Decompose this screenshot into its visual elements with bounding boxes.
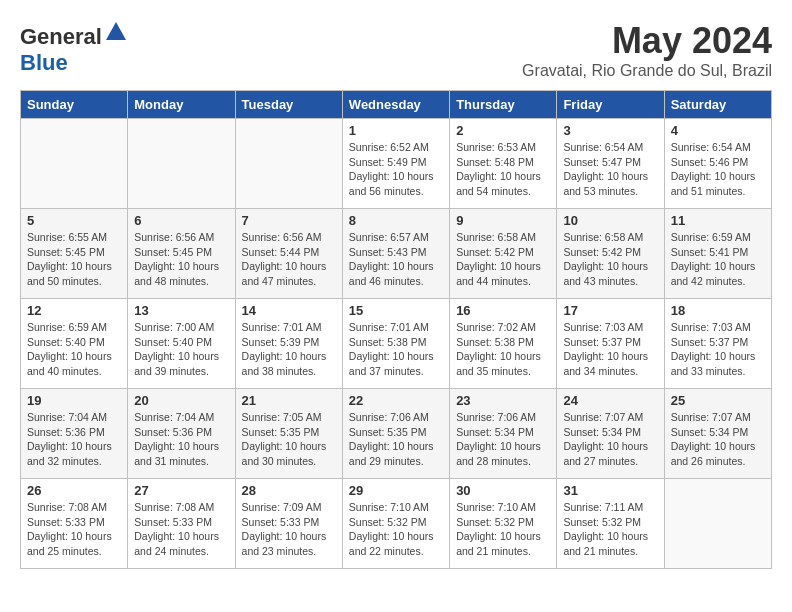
title-block: May 2024 Gravatai, Rio Grande do Sul, Br… bbox=[522, 20, 772, 80]
weekday-header-wednesday: Wednesday bbox=[342, 91, 449, 119]
day-number: 31 bbox=[563, 483, 657, 498]
calendar-cell bbox=[664, 479, 771, 569]
day-number: 19 bbox=[27, 393, 121, 408]
calendar-cell: 8Sunrise: 6:57 AM Sunset: 5:43 PM Daylig… bbox=[342, 209, 449, 299]
calendar-cell: 18Sunrise: 7:03 AM Sunset: 5:37 PM Dayli… bbox=[664, 299, 771, 389]
calendar-cell: 22Sunrise: 7:06 AM Sunset: 5:35 PM Dayli… bbox=[342, 389, 449, 479]
weekday-header-thursday: Thursday bbox=[450, 91, 557, 119]
day-info: Sunrise: 7:07 AM Sunset: 5:34 PM Dayligh… bbox=[563, 410, 657, 469]
weekday-header-tuesday: Tuesday bbox=[235, 91, 342, 119]
day-info: Sunrise: 7:09 AM Sunset: 5:33 PM Dayligh… bbox=[242, 500, 336, 559]
day-number: 10 bbox=[563, 213, 657, 228]
day-info: Sunrise: 7:01 AM Sunset: 5:38 PM Dayligh… bbox=[349, 320, 443, 379]
calendar-cell: 10Sunrise: 6:58 AM Sunset: 5:42 PM Dayli… bbox=[557, 209, 664, 299]
calendar-cell: 7Sunrise: 6:56 AM Sunset: 5:44 PM Daylig… bbox=[235, 209, 342, 299]
calendar-week-row: 19Sunrise: 7:04 AM Sunset: 5:36 PM Dayli… bbox=[21, 389, 772, 479]
day-info: Sunrise: 7:04 AM Sunset: 5:36 PM Dayligh… bbox=[27, 410, 121, 469]
day-info: Sunrise: 6:59 AM Sunset: 5:40 PM Dayligh… bbox=[27, 320, 121, 379]
day-number: 1 bbox=[349, 123, 443, 138]
day-number: 20 bbox=[134, 393, 228, 408]
day-info: Sunrise: 6:54 AM Sunset: 5:47 PM Dayligh… bbox=[563, 140, 657, 199]
day-number: 15 bbox=[349, 303, 443, 318]
weekday-header-monday: Monday bbox=[128, 91, 235, 119]
day-number: 17 bbox=[563, 303, 657, 318]
day-info: Sunrise: 7:01 AM Sunset: 5:39 PM Dayligh… bbox=[242, 320, 336, 379]
calendar-cell: 30Sunrise: 7:10 AM Sunset: 5:32 PM Dayli… bbox=[450, 479, 557, 569]
calendar-cell: 23Sunrise: 7:06 AM Sunset: 5:34 PM Dayli… bbox=[450, 389, 557, 479]
calendar-cell: 2Sunrise: 6:53 AM Sunset: 5:48 PM Daylig… bbox=[450, 119, 557, 209]
day-info: Sunrise: 6:56 AM Sunset: 5:45 PM Dayligh… bbox=[134, 230, 228, 289]
day-info: Sunrise: 7:06 AM Sunset: 5:34 PM Dayligh… bbox=[456, 410, 550, 469]
day-info: Sunrise: 6:57 AM Sunset: 5:43 PM Dayligh… bbox=[349, 230, 443, 289]
day-info: Sunrise: 7:11 AM Sunset: 5:32 PM Dayligh… bbox=[563, 500, 657, 559]
day-number: 27 bbox=[134, 483, 228, 498]
location: Gravatai, Rio Grande do Sul, Brazil bbox=[522, 62, 772, 80]
calendar-cell bbox=[21, 119, 128, 209]
calendar-cell: 4Sunrise: 6:54 AM Sunset: 5:46 PM Daylig… bbox=[664, 119, 771, 209]
calendar-cell: 14Sunrise: 7:01 AM Sunset: 5:39 PM Dayli… bbox=[235, 299, 342, 389]
calendar-cell: 15Sunrise: 7:01 AM Sunset: 5:38 PM Dayli… bbox=[342, 299, 449, 389]
day-info: Sunrise: 6:55 AM Sunset: 5:45 PM Dayligh… bbox=[27, 230, 121, 289]
day-info: Sunrise: 6:53 AM Sunset: 5:48 PM Dayligh… bbox=[456, 140, 550, 199]
day-number: 23 bbox=[456, 393, 550, 408]
weekday-header-row: SundayMondayTuesdayWednesdayThursdayFrid… bbox=[21, 91, 772, 119]
day-number: 28 bbox=[242, 483, 336, 498]
day-info: Sunrise: 7:00 AM Sunset: 5:40 PM Dayligh… bbox=[134, 320, 228, 379]
calendar-week-row: 26Sunrise: 7:08 AM Sunset: 5:33 PM Dayli… bbox=[21, 479, 772, 569]
calendar-cell: 25Sunrise: 7:07 AM Sunset: 5:34 PM Dayli… bbox=[664, 389, 771, 479]
day-number: 25 bbox=[671, 393, 765, 408]
calendar-cell: 1Sunrise: 6:52 AM Sunset: 5:49 PM Daylig… bbox=[342, 119, 449, 209]
calendar-cell: 19Sunrise: 7:04 AM Sunset: 5:36 PM Dayli… bbox=[21, 389, 128, 479]
day-number: 21 bbox=[242, 393, 336, 408]
calendar-week-row: 1Sunrise: 6:52 AM Sunset: 5:49 PM Daylig… bbox=[21, 119, 772, 209]
page-header: General Blue May 2024 Gravatai, Rio Gran… bbox=[20, 20, 772, 80]
day-info: Sunrise: 7:04 AM Sunset: 5:36 PM Dayligh… bbox=[134, 410, 228, 469]
day-number: 2 bbox=[456, 123, 550, 138]
day-number: 14 bbox=[242, 303, 336, 318]
day-info: Sunrise: 6:58 AM Sunset: 5:42 PM Dayligh… bbox=[456, 230, 550, 289]
day-number: 8 bbox=[349, 213, 443, 228]
calendar-cell: 24Sunrise: 7:07 AM Sunset: 5:34 PM Dayli… bbox=[557, 389, 664, 479]
calendar-cell: 9Sunrise: 6:58 AM Sunset: 5:42 PM Daylig… bbox=[450, 209, 557, 299]
logo-text: General Blue bbox=[20, 20, 128, 76]
day-number: 26 bbox=[27, 483, 121, 498]
day-number: 6 bbox=[134, 213, 228, 228]
calendar-cell: 27Sunrise: 7:08 AM Sunset: 5:33 PM Dayli… bbox=[128, 479, 235, 569]
calendar-cell: 16Sunrise: 7:02 AM Sunset: 5:38 PM Dayli… bbox=[450, 299, 557, 389]
logo: General Blue bbox=[20, 20, 128, 76]
calendar-table: SundayMondayTuesdayWednesdayThursdayFrid… bbox=[20, 90, 772, 569]
logo-general: General bbox=[20, 24, 102, 49]
day-info: Sunrise: 7:03 AM Sunset: 5:37 PM Dayligh… bbox=[671, 320, 765, 379]
day-number: 4 bbox=[671, 123, 765, 138]
logo-blue: Blue bbox=[20, 50, 68, 75]
calendar-cell: 29Sunrise: 7:10 AM Sunset: 5:32 PM Dayli… bbox=[342, 479, 449, 569]
logo-icon bbox=[104, 20, 128, 44]
calendar-cell: 11Sunrise: 6:59 AM Sunset: 5:41 PM Dayli… bbox=[664, 209, 771, 299]
weekday-header-friday: Friday bbox=[557, 91, 664, 119]
day-info: Sunrise: 6:54 AM Sunset: 5:46 PM Dayligh… bbox=[671, 140, 765, 199]
day-info: Sunrise: 7:02 AM Sunset: 5:38 PM Dayligh… bbox=[456, 320, 550, 379]
day-info: Sunrise: 7:06 AM Sunset: 5:35 PM Dayligh… bbox=[349, 410, 443, 469]
svg-marker-0 bbox=[106, 22, 126, 40]
weekday-header-saturday: Saturday bbox=[664, 91, 771, 119]
calendar-cell: 26Sunrise: 7:08 AM Sunset: 5:33 PM Dayli… bbox=[21, 479, 128, 569]
calendar-cell: 17Sunrise: 7:03 AM Sunset: 5:37 PM Dayli… bbox=[557, 299, 664, 389]
day-number: 9 bbox=[456, 213, 550, 228]
day-number: 7 bbox=[242, 213, 336, 228]
calendar-cell: 5Sunrise: 6:55 AM Sunset: 5:45 PM Daylig… bbox=[21, 209, 128, 299]
calendar-cell: 28Sunrise: 7:09 AM Sunset: 5:33 PM Dayli… bbox=[235, 479, 342, 569]
day-number: 11 bbox=[671, 213, 765, 228]
day-number: 13 bbox=[134, 303, 228, 318]
day-info: Sunrise: 6:56 AM Sunset: 5:44 PM Dayligh… bbox=[242, 230, 336, 289]
day-number: 5 bbox=[27, 213, 121, 228]
calendar-cell bbox=[128, 119, 235, 209]
day-number: 18 bbox=[671, 303, 765, 318]
day-info: Sunrise: 6:59 AM Sunset: 5:41 PM Dayligh… bbox=[671, 230, 765, 289]
day-info: Sunrise: 7:10 AM Sunset: 5:32 PM Dayligh… bbox=[456, 500, 550, 559]
calendar-cell: 6Sunrise: 6:56 AM Sunset: 5:45 PM Daylig… bbox=[128, 209, 235, 299]
calendar-cell: 3Sunrise: 6:54 AM Sunset: 5:47 PM Daylig… bbox=[557, 119, 664, 209]
day-info: Sunrise: 7:08 AM Sunset: 5:33 PM Dayligh… bbox=[134, 500, 228, 559]
day-number: 22 bbox=[349, 393, 443, 408]
day-info: Sunrise: 6:52 AM Sunset: 5:49 PM Dayligh… bbox=[349, 140, 443, 199]
calendar-cell: 20Sunrise: 7:04 AM Sunset: 5:36 PM Dayli… bbox=[128, 389, 235, 479]
